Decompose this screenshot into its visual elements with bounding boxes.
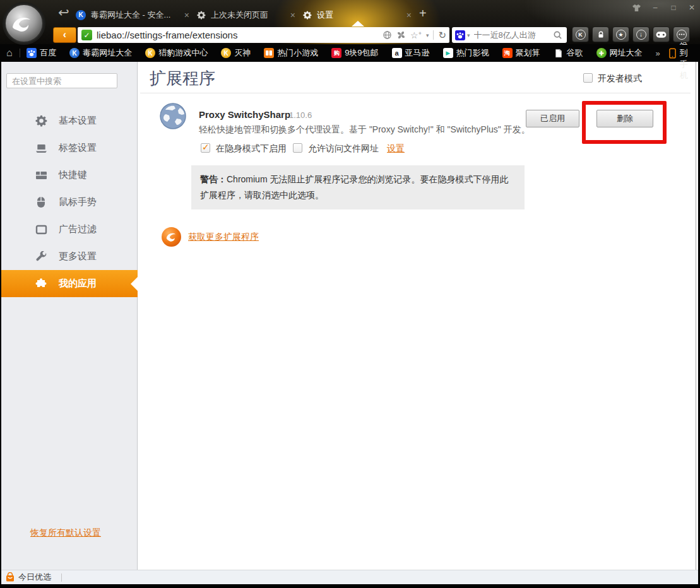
sidebar-item-label: 快捷键 bbox=[59, 169, 87, 181]
bookmark-label: 猎豹游戏中心 bbox=[158, 47, 208, 59]
settings-menu: 基本设置 标签设置 快捷键 鼠标手势 广告过滤 bbox=[0, 107, 138, 297]
pinwheel-icon[interactable] bbox=[396, 30, 406, 40]
baidu-paw-icon[interactable] bbox=[455, 30, 465, 40]
extension-name: Proxy SwitchySharp bbox=[199, 109, 290, 120]
amazon-icon: a bbox=[392, 48, 402, 58]
sidebar-item-tab-settings[interactable]: 标签设置 bbox=[0, 134, 138, 162]
extension-description: 轻松快捷地管理和切换多个代理设置。基于 "Proxy Switchy!" 和 "… bbox=[199, 124, 540, 136]
enabled-button[interactable]: 已启用 bbox=[526, 110, 579, 127]
more-menu-button[interactable] bbox=[673, 26, 690, 42]
title-divider bbox=[140, 93, 691, 93]
new-tab-button[interactable]: + bbox=[419, 7, 427, 20]
sidebar-item-basic-settings[interactable]: 基本设置 bbox=[0, 107, 138, 134]
downloads-button[interactable]: ↓ bbox=[632, 26, 650, 42]
developer-mode-label: 开发者模式 bbox=[598, 73, 642, 85]
bookmark-baidu[interactable]: 百度 bbox=[27, 47, 56, 59]
history-back-icon[interactable]: ↩ bbox=[58, 6, 69, 19]
divider bbox=[433, 30, 434, 40]
laptop-icon bbox=[33, 143, 49, 153]
toolbar-search-input[interactable] bbox=[473, 30, 553, 40]
bookmark-site-nav[interactable]: ✚网址大全 bbox=[596, 47, 643, 59]
settings-page: 基本设置 标签设置 快捷键 鼠标手势 广告过滤 bbox=[0, 62, 700, 570]
home-icon[interactable]: ⌂ bbox=[6, 47, 13, 59]
bookmarks-overflow-icon[interactable]: » bbox=[656, 49, 660, 58]
bookmark-label: 热门影视 bbox=[456, 47, 489, 59]
safe-site-check-icon[interactable]: ✓ bbox=[81, 30, 92, 40]
duba-k-button[interactable]: K bbox=[572, 26, 589, 42]
annotation-red-box bbox=[582, 101, 667, 144]
theme-skin-icon[interactable] bbox=[629, 2, 644, 13]
file-urls-checkbox[interactable] bbox=[293, 143, 302, 153]
bookmark-label: 网址大全 bbox=[610, 47, 643, 59]
tab-duba-site[interactable]: K 毒霸网址大全 - 安全... × bbox=[76, 4, 189, 25]
settings-sidebar: 基本设置 标签设置 快捷键 鼠标手势 广告过滤 bbox=[0, 62, 138, 570]
gear-icon bbox=[33, 115, 49, 127]
baidu-paw-icon bbox=[27, 48, 37, 58]
divider bbox=[61, 573, 62, 582]
favorites-star-button[interactable]: ★ bbox=[612, 26, 629, 42]
bookmark-9kuai9[interactable]: 购9块9包邮 bbox=[331, 47, 378, 59]
gear-icon bbox=[303, 11, 312, 20]
k-gold-icon: K bbox=[145, 48, 155, 58]
bookmark-mieshen[interactable]: K灭神 bbox=[221, 47, 251, 59]
puzzle-icon bbox=[33, 278, 49, 290]
sidebar-item-mouse-gestures[interactable]: 鼠标手势 bbox=[0, 189, 138, 216]
maximize-button[interactable]: □ bbox=[666, 2, 681, 13]
url-text[interactable]: liebao://settings-frame/extensions bbox=[97, 30, 237, 40]
game-icon bbox=[264, 48, 274, 58]
daily-picks-bag-icon[interactable] bbox=[5, 572, 15, 582]
bookmark-liebao-games[interactable]: K猎豹游戏中心 bbox=[145, 47, 208, 59]
privacy-lock-button[interactable] bbox=[592, 26, 609, 42]
sidebar-item-label: 鼠标手势 bbox=[59, 196, 97, 208]
sidebar-item-ad-filter[interactable]: 广告过滤 bbox=[0, 216, 138, 243]
tab-label: 上次未关闭页面 bbox=[211, 9, 287, 21]
minimize-button[interactable]: – bbox=[648, 2, 663, 13]
games-gamepad-button[interactable] bbox=[653, 26, 670, 42]
bookmark-caret-icon[interactable]: ▾ bbox=[426, 32, 429, 38]
extension-options-link[interactable]: 设置 bbox=[387, 143, 405, 155]
search-magnifier-icon[interactable] bbox=[553, 30, 562, 40]
layout-grid-icon bbox=[33, 170, 49, 180]
address-bar[interactable]: ✓ liebao://settings-frame/extensions ☆+ … bbox=[78, 27, 449, 43]
bookmark-star-add-icon[interactable]: ☆+ bbox=[410, 30, 422, 40]
bookmark-hot-video[interactable]: ▶热门影视 bbox=[443, 47, 489, 59]
bookmark-google[interactable]: 谷歌 bbox=[554, 47, 583, 59]
liebao-store-icon bbox=[161, 226, 182, 250]
settings-search-input[interactable] bbox=[6, 73, 117, 88]
liebao-browser-logo[interactable] bbox=[2, 1, 46, 45]
navigate-back-button[interactable]: ‹ bbox=[53, 27, 76, 43]
close-button[interactable]: ✕ bbox=[684, 2, 699, 13]
gear-icon bbox=[197, 11, 206, 20]
wrench-icon bbox=[33, 251, 49, 262]
sidebar-item-more-settings[interactable]: 更多设置 bbox=[0, 243, 138, 270]
bookmark-mini-games[interactable]: 热门小游戏 bbox=[264, 47, 318, 59]
bookmark-juhuasuan[interactable]: 淘聚划算 bbox=[502, 47, 540, 59]
refresh-icon[interactable]: ↻ bbox=[438, 30, 446, 41]
k-favicon: K bbox=[76, 10, 86, 20]
get-more-extensions-link[interactable]: 获取更多扩展程序 bbox=[188, 232, 259, 243]
bookmark-duba-sites[interactable]: K毒霸网址大全 bbox=[69, 47, 132, 59]
shopping-icon: 购 bbox=[331, 48, 341, 58]
sidebar-item-label: 基本设置 bbox=[59, 115, 97, 127]
incognito-checkbox[interactable]: ✓ bbox=[201, 143, 210, 153]
tab-close-icon[interactable]: × bbox=[184, 10, 189, 20]
globe-icon[interactable] bbox=[383, 30, 392, 40]
tab-last-session[interactable]: 上次未关闭页面 × bbox=[197, 4, 295, 25]
toolbar-search-box[interactable]: ▾ bbox=[452, 27, 567, 43]
bookmark-amazon[interactable]: a亚马逊 bbox=[392, 47, 430, 59]
k-blue-icon: K bbox=[69, 48, 80, 58]
search-engine-caret-icon[interactable]: ▾ bbox=[467, 32, 470, 38]
developer-mode-checkbox[interactable] bbox=[583, 73, 593, 83]
incognito-label: 在隐身模式下启用 bbox=[216, 143, 287, 155]
tab-label: 设置 bbox=[317, 9, 403, 21]
bookmarks-bar: ⌂ 百度 K毒霸网址大全 K猎豹游戏中心 K灭神 热门小游戏 购9块9包邮 a亚… bbox=[0, 44, 700, 62]
tab-close-icon[interactable]: × bbox=[406, 10, 412, 20]
incognito-warning-box: 警告：Chromium 无法阻止扩展程序记录您的浏览记录。要在隐身模式下停用此扩… bbox=[191, 165, 525, 209]
sidebar-item-label: 我的应用 bbox=[59, 278, 97, 290]
daily-picks-label[interactable]: 今日优选 bbox=[18, 572, 51, 583]
tab-close-icon[interactable]: × bbox=[290, 10, 295, 20]
active-tab-notch bbox=[352, 21, 364, 26]
restore-defaults-link[interactable]: 恢复所有默认设置 bbox=[30, 527, 101, 539]
sidebar-item-my-apps[interactable]: 我的应用 bbox=[0, 270, 138, 297]
sidebar-item-shortcuts[interactable]: 快捷键 bbox=[0, 162, 138, 189]
